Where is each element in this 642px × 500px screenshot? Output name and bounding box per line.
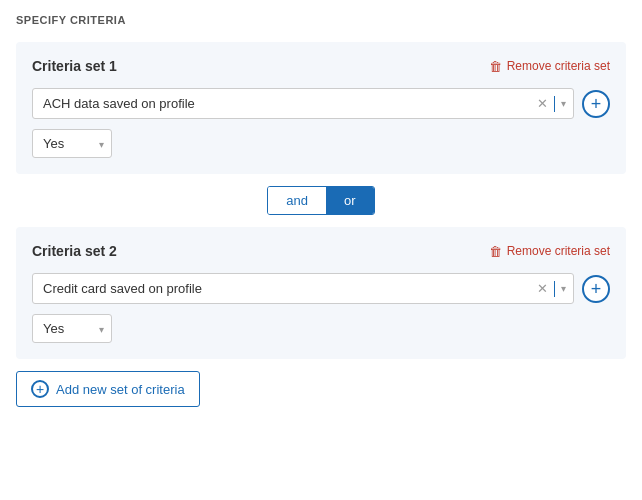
criteria-set-1-value-select[interactable]: Yes No [32, 129, 112, 158]
and-button[interactable]: and [268, 187, 326, 214]
remove-criteria-set-2-label: Remove criteria set [507, 244, 610, 258]
remove-criteria-set-2-button[interactable]: 🗑 Remove criteria set [489, 244, 610, 259]
criteria-set-2-controls: ✕ ▾ [537, 281, 566, 297]
criteria-set-2-clear-button[interactable]: ✕ [537, 282, 548, 295]
criteria-set-2-value-select[interactable]: Yes No [32, 314, 112, 343]
criteria-set-2-value-wrapper: Yes No ▾ [32, 314, 112, 343]
criteria-set-1-dropdown-arrow: ▾ [561, 98, 566, 109]
criteria-set-2-row: Credit card saved on profile ✕ ▾ + [32, 273, 610, 304]
criteria-set-1-value-wrapper: Yes No ▾ [32, 129, 112, 158]
criteria-set-1-title: Criteria set 1 [32, 58, 117, 74]
connector-row: and or [16, 186, 626, 215]
trash-icon: 🗑 [489, 59, 502, 74]
add-criteria-1-condition-button[interactable]: + [582, 90, 610, 118]
criteria-set-2-dropdown-arrow: ▾ [561, 283, 566, 294]
criteria-set-1-controls: ✕ ▾ [537, 96, 566, 112]
add-new-set-button[interactable]: + Add new set of criteria [16, 371, 200, 407]
remove-criteria-set-1-label: Remove criteria set [507, 59, 610, 73]
connector-group: and or [267, 186, 374, 215]
section-title: SPECIFY CRITERIA [16, 14, 626, 26]
remove-criteria-set-1-button[interactable]: 🗑 Remove criteria set [489, 59, 610, 74]
divider-2 [554, 281, 555, 297]
criteria-set-2-select-wrapper: Credit card saved on profile ✕ ▾ [32, 273, 574, 304]
criteria-set-1-clear-button[interactable]: ✕ [537, 97, 548, 110]
add-new-set-label: Add new set of criteria [56, 382, 185, 397]
criteria-set-2-header: Criteria set 2 🗑 Remove criteria set [32, 243, 610, 259]
criteria-set-1-row: ACH data saved on profile ✕ ▾ + [32, 88, 610, 119]
add-criteria-2-condition-button[interactable]: + [582, 275, 610, 303]
divider [554, 96, 555, 112]
criteria-set-2-title: Criteria set 2 [32, 243, 117, 259]
criteria-set-1-select-wrapper: ACH data saved on profile ✕ ▾ [32, 88, 574, 119]
criteria-set-2-select[interactable]: Credit card saved on profile [32, 273, 574, 304]
add-new-set-plus-icon: + [31, 380, 49, 398]
trash-icon-2: 🗑 [489, 244, 502, 259]
criteria-set-1-select[interactable]: ACH data saved on profile [32, 88, 574, 119]
criteria-set-1: Criteria set 1 🗑 Remove criteria set ACH… [16, 42, 626, 174]
criteria-set-1-header: Criteria set 1 🗑 Remove criteria set [32, 58, 610, 74]
or-button[interactable]: or [326, 187, 374, 214]
criteria-set-2: Criteria set 2 🗑 Remove criteria set Cre… [16, 227, 626, 359]
